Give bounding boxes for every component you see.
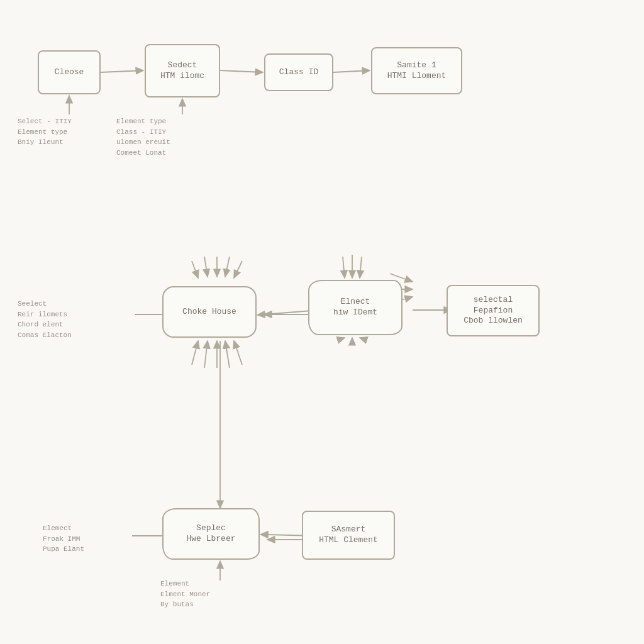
node-selectal: selectalFepafionCbob llowlen <box>447 285 540 336</box>
svg-line-7 <box>192 261 198 278</box>
label-seelect: SeelectReir ilometsChord elentComas Elac… <box>18 299 72 340</box>
svg-line-25 <box>234 341 242 365</box>
label-element-bottom: ElementElment MonerBy butas <box>160 579 210 610</box>
diagram: Cleose SedectHTM ilomc Class ID Samite 1… <box>0 0 644 644</box>
node-samite: Samite 1HTMI Lloment <box>371 47 462 94</box>
node-choke-house: Choke House <box>162 286 257 338</box>
node-elnect: Elnecthiw IDemt <box>308 280 402 335</box>
svg-line-3 <box>220 70 263 72</box>
svg-line-11 <box>234 261 242 278</box>
node-select-html: SedectHTM ilomc <box>145 44 220 97</box>
svg-line-20 <box>360 338 362 338</box>
node-sasmert: SAsmertHTML Clement <box>302 511 395 560</box>
node-cleose: Cleose <box>38 50 101 94</box>
node-class-id: Class ID <box>264 53 333 91</box>
svg-line-14 <box>360 257 362 278</box>
label-cleose: Select - ITIYElement typeBniy Ileunt <box>18 116 72 148</box>
svg-line-21 <box>192 341 198 365</box>
svg-line-10 <box>225 257 230 277</box>
svg-line-4 <box>333 70 370 72</box>
label-select-html: Element typeClass - ITIYulomen ereuitCom… <box>116 116 170 158</box>
svg-line-12 <box>343 257 345 278</box>
svg-line-8 <box>204 257 208 277</box>
svg-line-18 <box>343 338 345 338</box>
node-seplec: SeplecHwe Lbreer <box>162 508 260 560</box>
svg-line-2 <box>101 70 143 72</box>
label-elemect: ElemectFroak IMMPupa Elant <box>43 523 84 555</box>
svg-line-24 <box>225 341 230 368</box>
svg-line-22 <box>204 341 208 368</box>
